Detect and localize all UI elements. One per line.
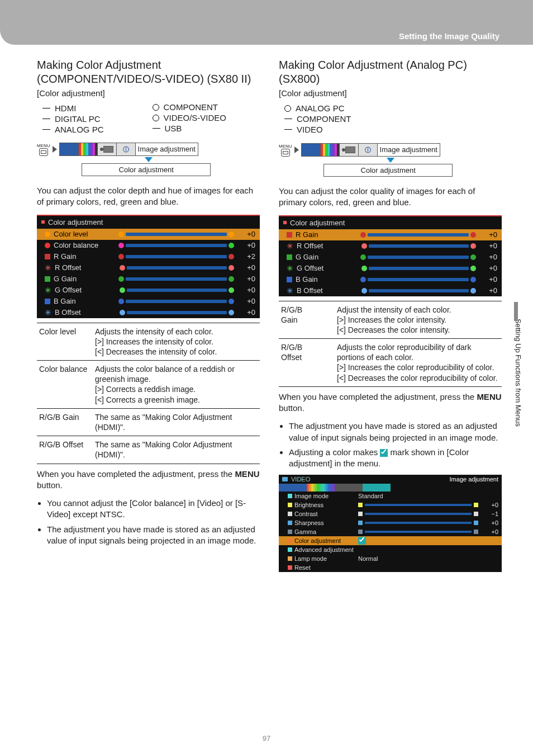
left-def-table: Color levelAdjusts the intensity of each… [37, 323, 260, 464]
right-sub: [Color adjustment] [279, 88, 502, 98]
right-osd: Color adjustment R Gain+0✳R Offset+0G Ga… [279, 215, 502, 296]
osd-row-icon: ✳ [287, 266, 293, 271]
tab-display-icon [302, 144, 321, 156]
arrow-down-icon [145, 157, 153, 162]
input-label: ANALOG PC [55, 125, 104, 134]
osd-row-icon: ✳ [45, 287, 51, 293]
tab-info-icon: ⓘ [117, 143, 136, 155]
osd2-row-label: Brightness [294, 502, 356, 508]
osd-row-value: +0 [479, 242, 497, 250]
osd-row-value: +0 [479, 275, 497, 284]
osd2-row-label: Lamp mode [294, 555, 356, 562]
osd-row: Color level+0 [37, 229, 260, 240]
input-label: VIDEO/S-VIDEO [164, 113, 227, 122]
circle-icon [153, 115, 159, 121]
osd-row: G Gain+0 [279, 252, 502, 263]
osd-row-value: +0 [479, 286, 497, 295]
osd-row-value: +0 [237, 275, 255, 283]
dash-icon [284, 129, 292, 130]
menu-tab-label: Image adjustment [136, 143, 198, 155]
osd-row-value: +0 [237, 297, 255, 305]
menu-sub-box: Color adjustment [323, 164, 453, 177]
slider-right-icon [229, 265, 234, 271]
osd2-row: Gamma+0 [279, 527, 502, 536]
list-item: The adjustment you have made is stored a… [47, 524, 260, 547]
dash-icon [153, 128, 160, 129]
arrow-right-icon [294, 147, 299, 153]
slider-left-icon [120, 310, 125, 315]
left-menu-diagram: MENU ⓘ Image adjustment Color adjustment [37, 143, 260, 176]
osd2-row-icon [288, 565, 292, 570]
right-column: Making Color Adjustment (Analog PC) (SX8… [279, 58, 502, 572]
slider-bar [126, 244, 227, 247]
def-desc: Adjusts the color reproducibility of dar… [335, 339, 502, 387]
osd-row-label: R Gain [54, 252, 115, 261]
right-menu-diagram: MENU ⓘ Image adjustment Color adjustment [279, 143, 502, 177]
osd2-row-label: Gamma [294, 528, 356, 535]
left-bullets: You cannot adjust the [Color balance] in… [37, 498, 260, 546]
osd2-row-label: Color adjustment [294, 537, 356, 544]
slider-left-icon [361, 243, 367, 249]
input-label: VIDEO [297, 125, 323, 134]
osd2-tablabel: Image adjustment [450, 476, 498, 483]
osd-title: Color adjustment [48, 218, 103, 226]
slider-left-icon [120, 265, 125, 271]
osd-title: Color adjustment [290, 219, 345, 227]
right-inputs: ANALOG PCCOMPONENTVIDEO [284, 102, 502, 135]
osd2-row-value: Standard [358, 493, 376, 499]
slider-left-icon [360, 254, 366, 260]
slider-bar [365, 504, 472, 506]
osd-row-icon [45, 243, 50, 248]
osd2-row-value: +0 [480, 502, 498, 508]
arrow-down-icon [387, 158, 394, 163]
input-row: COMPONENT [284, 114, 502, 124]
menu-label: MENU [279, 144, 292, 149]
dash-icon [42, 129, 50, 130]
slider-bar [365, 522, 472, 524]
osd-row-label: R Gain [296, 230, 357, 239]
menu-label: MENU [37, 143, 50, 148]
left-osd: Color adjustment Color level+0Color bala… [37, 215, 260, 318]
right-osd2: VIDEO Image adjustment Image modeStandar… [279, 475, 502, 572]
slider-bar [126, 255, 227, 258]
slider-left-icon [118, 243, 124, 248]
osd-row-icon [45, 254, 50, 259]
def-term: R/G/B Gain [37, 408, 93, 436]
osd-row-value: +0 [237, 241, 255, 249]
input-row: USB [153, 124, 260, 133]
osd-row: ✳B Offset+0 [37, 307, 260, 318]
osd-row-label: B Gain [54, 297, 115, 305]
slider-left-icon [120, 287, 125, 293]
slider-right-icon [470, 266, 476, 271]
slider-bar [369, 289, 469, 292]
osd2-row: Color adjustment [279, 536, 502, 545]
def-term: Color balance [37, 361, 93, 409]
list-item: The adjustment you have made is stored a… [289, 420, 502, 443]
osd2-row: Sharpness+0 [279, 518, 502, 527]
menu-tabstrip: ⓘ Image adjustment [301, 143, 440, 157]
osd2-row-icon [288, 503, 292, 507]
osd-row-icon: ✳ [287, 288, 293, 294]
header-band: Setting the Image Quality [0, 0, 533, 45]
osd2-row-icon [288, 556, 292, 561]
osd-row-label: B Offset [297, 286, 358, 295]
slider-right-icon [470, 232, 476, 238]
osd-row: ✳B Offset+0 [279, 285, 502, 296]
osd-row-label: G Offset [297, 264, 358, 272]
osd-row-value: +0 [237, 286, 255, 294]
input-label: DIGITAL PC [55, 114, 101, 124]
osd2-row: Brightness+0 [279, 500, 502, 509]
header-title: Setting the Image Quality [399, 31, 499, 41]
menu-sub-box: Color adjustment [82, 163, 211, 176]
tab-image-icon [79, 143, 98, 155]
slider-bar [126, 300, 227, 303]
osd2-row-value: +0 [480, 519, 498, 526]
right-done: When you have completed the adjustment, … [279, 391, 502, 414]
osd2-row-value: Normal [358, 555, 376, 562]
slider-left-icon [360, 277, 366, 282]
dash-icon [284, 119, 292, 119]
def-desc: Adjusts the color balance of a reddish o… [93, 361, 260, 409]
slider-bar [127, 266, 227, 270]
def-desc: Adjusts the intensity of each color. [>]… [93, 323, 260, 361]
osd-row-icon [287, 232, 292, 238]
